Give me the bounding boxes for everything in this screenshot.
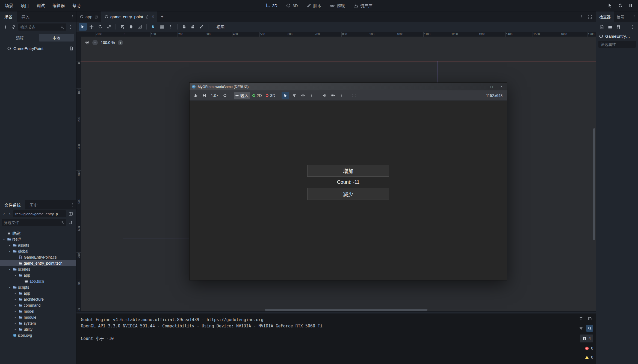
expander-icon[interactable]: ▸ — [14, 304, 17, 307]
restart-button[interactable] — [616, 2, 624, 10]
list-select-tool[interactable] — [118, 23, 126, 31]
nav-forward-button[interactable]: › — [7, 210, 12, 217]
load-resource-button[interactable] — [607, 23, 614, 31]
unlock-button[interactable] — [189, 23, 197, 31]
filter-properties-input[interactable]: 筛选属性 — [598, 41, 636, 48]
fs-item-global[interactable]: ▾global — [0, 248, 76, 254]
warnings-badge[interactable]: 0 — [585, 354, 593, 360]
pick-options-menu[interactable] — [308, 92, 315, 99]
close-tab-button[interactable]: × — [152, 14, 154, 19]
search-output-button[interactable] — [586, 325, 593, 332]
fs-item-command[interactable]: ▸command — [0, 302, 76, 308]
skeleton-menu[interactable] — [197, 23, 206, 31]
reset-zoom-button[interactable] — [221, 92, 229, 99]
fs-item-app[interactable]: ▾app — [0, 272, 76, 278]
expander-icon[interactable]: ▾ — [8, 268, 11, 271]
select-tool[interactable] — [79, 23, 87, 31]
vertical-scrollbar[interactable] — [593, 128, 595, 240]
fs-item-app[interactable]: ▸app — [0, 290, 76, 296]
decrease-button[interactable]: 减少 — [307, 188, 389, 200]
add-node-button[interactable] — [2, 23, 9, 31]
expander-icon[interactable]: ▸ — [14, 298, 17, 301]
mute-audio-button[interactable] — [320, 92, 328, 99]
errors-badge[interactable]: 0 — [585, 345, 593, 351]
pause-button[interactable] — [627, 2, 635, 10]
scene-tree-menu-button[interactable] — [67, 23, 75, 31]
fs-item-icon-svg[interactable]: icon.svg — [0, 332, 76, 338]
menu-project[interactable]: 项目 — [17, 0, 33, 11]
filter-nodes-input[interactable]: 筛选节点 — [18, 23, 66, 31]
increase-button[interactable]: 增加 — [307, 165, 389, 177]
fs-item-scenes[interactable]: ▾scenes — [0, 266, 76, 272]
switch-assetlib[interactable]: 资产库 — [350, 0, 377, 11]
scene-node-gameentrypoint[interactable]: GameEntryPoint — [0, 44, 76, 52]
save-resource-button[interactable] — [615, 23, 622, 31]
zoom-out-button[interactable]: − — [92, 40, 98, 45]
local-button[interactable]: 本地 — [39, 34, 74, 42]
tab-scene[interactable]: 场景 — [0, 11, 17, 22]
minimize-button[interactable]: – — [477, 83, 487, 90]
game-zoom-level[interactable]: 1.0× — [209, 93, 220, 98]
tab-signals[interactable]: 信号 — [614, 11, 627, 22]
fs-item-scripts[interactable]: ▾scripts — [0, 284, 76, 290]
scene-dock-menu-button[interactable] — [68, 11, 76, 22]
camera-options-menu[interactable] — [338, 92, 345, 99]
filesystem-menu-button[interactable] — [68, 200, 76, 209]
zoom-percentage[interactable]: 100.0 % — [101, 40, 115, 45]
scene-tab-app[interactable]: app — [76, 11, 101, 22]
game-window-titlebar[interactable]: MyGFrameworkGame (DEBUG) – □ × — [190, 83, 507, 90]
expander-icon[interactable]: ▸ — [14, 310, 17, 313]
expander-icon[interactable]: ▾ — [8, 250, 11, 253]
expander-icon[interactable]: ▸ — [14, 292, 17, 295]
smart-snap-toggle[interactable] — [149, 23, 157, 31]
tab-list-menu-button[interactable] — [577, 13, 585, 20]
expand-viewport-button[interactable] — [586, 13, 594, 20]
inspector-menu-button[interactable] — [630, 11, 638, 22]
switch-3d[interactable]: 3D — [282, 0, 302, 11]
fs-item-[interactable]: 收藏： — [0, 230, 76, 236]
ruler-tool[interactable] — [136, 23, 144, 31]
tab-history[interactable]: 历史 — [25, 200, 42, 209]
split-view-button[interactable] — [67, 210, 75, 218]
fs-item-app-tscn[interactable]: app.tscn — [0, 278, 76, 284]
expander-icon[interactable]: ▾ — [2, 238, 6, 241]
messages-badge[interactable]: 4 — [580, 335, 593, 342]
move-tool[interactable] — [87, 23, 96, 31]
fs-item-system[interactable]: ▸system — [0, 320, 76, 326]
copy-output-button[interactable] — [586, 315, 593, 322]
fs-item-gameentrypoint-cs[interactable]: C#GameEntryPoint.cs — [0, 254, 76, 260]
node-list-button[interactable] — [290, 92, 298, 99]
2d-viewport[interactable]: − 100.0 % + MyGFrameworkGame (DEBUG) – □… — [81, 37, 596, 311]
attached-script-icon[interactable] — [69, 46, 73, 51]
next-frame-button[interactable] — [200, 92, 208, 99]
expander-icon[interactable]: ▾ — [14, 274, 17, 277]
filter-files-input[interactable]: 筛选文件 — [2, 219, 66, 226]
visibility-button[interactable] — [299, 92, 307, 99]
input-mode-button[interactable]: 输入 — [234, 92, 250, 99]
fs-item-architecture[interactable]: ▸architecture — [0, 296, 76, 302]
tab-inspector[interactable]: 检查器 — [596, 11, 614, 22]
panel-divider[interactable] — [76, 311, 596, 313]
current-path[interactable]: res://global/game_entry_p — [13, 210, 66, 217]
snap-options-menu[interactable] — [167, 23, 175, 31]
embed-fullscreen-button[interactable] — [350, 92, 358, 99]
scene-tab-game-entry-point[interactable]: game_entry_point × — [101, 11, 157, 22]
pick-node-button[interactable] — [282, 92, 289, 99]
tab-import[interactable]: 导入 — [17, 11, 34, 22]
grid-snap-toggle[interactable] — [158, 23, 166, 31]
scale-tool[interactable] — [105, 23, 113, 31]
expander-icon[interactable]: ▸ — [14, 328, 17, 331]
instance-scene-button[interactable] — [10, 23, 17, 31]
inspected-node[interactable]: GameEntryPoint — [596, 32, 638, 40]
remote-button[interactable]: 远程 — [2, 34, 38, 42]
sort-files-button[interactable] — [67, 218, 75, 226]
fs-item-res[interactable]: ▾res:// — [0, 236, 76, 242]
new-scene-tab-button[interactable]: + — [157, 11, 167, 22]
2d-mode-button[interactable]: 2D — [251, 92, 263, 99]
lock-button[interactable] — [180, 23, 188, 31]
pan-tool[interactable] — [127, 23, 135, 31]
menu-scene[interactable]: 场景 — [1, 0, 17, 11]
nav-back-button[interactable]: ‹ — [2, 210, 7, 217]
debug-session-button[interactable] — [192, 92, 199, 99]
clear-output-button[interactable] — [577, 315, 584, 322]
